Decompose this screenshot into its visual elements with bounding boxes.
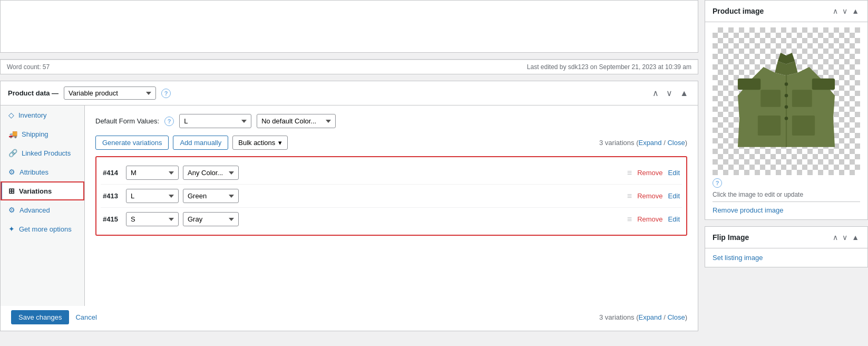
variation-415-remove-link[interactable]: Remove [637, 215, 662, 223]
variations-tab-content: Default Form Values: ? L No default Size… [85, 105, 698, 306]
add-manually-button[interactable]: Add manually [173, 136, 228, 150]
flip-image-panel-header: Flip Image ∧ ∨ ▲ [705, 227, 867, 248]
save-changes-button[interactable]: Save changes [11, 310, 69, 324]
default-form-help-icon[interactable]: ? [164, 117, 174, 126]
attributes-icon: ⚙ [8, 168, 15, 176]
advanced-label: Advanced [19, 206, 50, 214]
variation-415-color-select[interactable]: Gray Any Color... Green Black [183, 212, 239, 226]
svg-point-6 [785, 94, 788, 98]
table-row: #413 L S M XL Green Any Color... Gray [101, 185, 682, 208]
table-row: #414 M S L XL Any Color... Green Gray [101, 161, 682, 185]
color-default-select[interactable]: No default Color... Green Gray Black [257, 114, 336, 128]
variation-413-color-select[interactable]: Green Any Color... Gray Black [183, 189, 239, 203]
inventory-label: Inventory [18, 111, 46, 119]
svg-rect-1 [792, 90, 812, 107]
get-more-label: Get more options [19, 225, 72, 233]
bulk-actions-button[interactable]: Bulk actions ▾ [232, 136, 288, 150]
variation-414-edit-link[interactable]: Edit [668, 169, 680, 177]
variation-id-415: #415 [103, 215, 122, 223]
svg-point-8 [785, 117, 788, 120]
svg-point-5 [785, 82, 788, 86]
set-listing-image-link[interactable]: Set listing image [713, 254, 763, 262]
last-edited: Last edited by sdk123 on September 21, 2… [527, 63, 691, 71]
variation-414-remove-link[interactable]: Remove [637, 169, 662, 177]
sidebar-item-get-more-options[interactable]: ✦ Get more options [1, 219, 84, 238]
flip-panel-collapse-down[interactable]: ∨ [841, 232, 849, 243]
inventory-icon: ◇ [8, 111, 14, 119]
svg-rect-2 [738, 79, 760, 90]
variations-icon: ⊞ [8, 187, 15, 195]
close-link-top[interactable]: Close [667, 139, 685, 147]
variation-414-size-select[interactable]: M S L XL [126, 166, 179, 180]
product-image-title: Product image [713, 7, 764, 15]
collapse-down-button[interactable]: ∨ [664, 87, 675, 99]
product-image-container[interactable] [713, 27, 860, 175]
svg-rect-0 [760, 90, 781, 107]
sidebar-item-advanced[interactable]: ⚙ Advanced [1, 200, 84, 219]
bulk-actions-wrapper: Bulk actions ▾ [232, 136, 288, 150]
variation-415-size-select[interactable]: S M L XL [126, 212, 179, 226]
sidebar-item-attributes[interactable]: ⚙ Attributes [1, 162, 84, 181]
expand-link-bottom[interactable]: Expand [638, 313, 661, 321]
variation-id-413: #413 [103, 192, 122, 200]
variation-id-414: #414 [103, 169, 122, 177]
product-image-panel-header: Product image ∧ ∨ ▲ [705, 1, 867, 22]
flip-panel-controls: ∧ ∨ ▲ [832, 232, 860, 243]
generate-variations-button[interactable]: Generate variations [95, 136, 169, 150]
variation-415-actions: ≡ Remove Edit [627, 215, 680, 224]
image-help-icon[interactable]: ? [713, 178, 722, 188]
drag-handle-icon: ≡ [627, 215, 632, 224]
flip-panel-collapse-arrow[interactable]: ▲ [851, 232, 860, 243]
sidebar-item-inventory[interactable]: ◇ Inventory [1, 105, 84, 124]
product-image-panel: Product image ∧ ∨ ▲ [705, 0, 868, 220]
default-form-label: Default Form Values: [95, 117, 159, 125]
panel-collapse-arrow[interactable]: ▲ [851, 6, 860, 16]
sidebar-item-shipping[interactable]: 🚚 Shipping [1, 124, 84, 143]
variations-count-top: 3 variations (Expand / Close) [599, 139, 687, 147]
image-caption: Click the image to edit or update [713, 191, 860, 198]
panel-collapse-up[interactable]: ∧ [832, 6, 839, 16]
svg-rect-3 [812, 79, 835, 90]
bulk-actions-chevron-icon: ▾ [278, 139, 282, 147]
product-image-placeholder[interactable] [713, 27, 860, 175]
advanced-icon: ⚙ [8, 206, 15, 214]
variation-414-actions: ≡ Remove Edit [627, 168, 680, 178]
sidebar-item-variations[interactable]: ⊞ Variations [1, 181, 84, 200]
sidebar-item-linked-products[interactable]: 🔗 Linked Products [1, 143, 84, 162]
variation-413-size-select[interactable]: L S M XL [126, 189, 179, 203]
svg-point-7 [785, 105, 788, 109]
table-row: #415 S M L XL Gray Any Color... Green [101, 208, 682, 230]
panel-collapse-down[interactable]: ∨ [841, 6, 849, 16]
link-icon: 🔗 [8, 149, 17, 157]
actions-row: Generate variations Add manually Bulk ac… [95, 136, 687, 150]
flip-image-panel: Flip Image ∧ ∨ ▲ Set listing image [705, 226, 868, 267]
cancel-button[interactable]: Cancel [73, 310, 99, 324]
expand-link-top[interactable]: Expand [638, 139, 661, 147]
panel-controls: ∧ ∨ ▲ [832, 6, 860, 16]
linked-products-label: Linked Products [22, 149, 71, 157]
product-type-help-icon[interactable]: ? [161, 89, 171, 98]
variation-413-remove-link[interactable]: Remove [637, 192, 662, 200]
drag-handle-icon: ≡ [627, 168, 632, 178]
default-form-row: Default Form Values: ? L No default Size… [95, 114, 687, 128]
product-type-select[interactable]: Variable product Simple product Grouped … [64, 86, 156, 100]
right-sidebar: Product image ∧ ∨ ▲ [705, 0, 868, 346]
collapse-up-button[interactable]: ∧ [650, 87, 661, 99]
shipping-label: Shipping [22, 130, 48, 138]
svg-rect-9 [758, 116, 781, 136]
attributes-label: Attributes [19, 168, 48, 176]
svg-rect-10 [792, 116, 815, 136]
flip-panel-collapse-up[interactable]: ∧ [832, 232, 839, 243]
get-more-icon: ✦ [8, 225, 15, 233]
variation-413-edit-link[interactable]: Edit [668, 192, 680, 200]
jacket-image [728, 33, 844, 170]
variation-414-color-select[interactable]: Any Color... Green Gray Black [183, 166, 239, 180]
product-image-body: ? Click the image to edit or update Remo… [705, 22, 867, 219]
variations-label: Variations [19, 187, 52, 195]
collapse-arrow-button[interactable]: ▲ [678, 87, 690, 99]
variation-415-edit-link[interactable]: Edit [668, 215, 680, 223]
close-link-bottom[interactable]: Close [667, 313, 685, 321]
size-default-select[interactable]: L No default Size... S M XL XXL [179, 114, 251, 128]
flip-image-body: Set listing image [705, 248, 867, 267]
remove-product-image-link[interactable]: Remove product image [713, 201, 860, 214]
